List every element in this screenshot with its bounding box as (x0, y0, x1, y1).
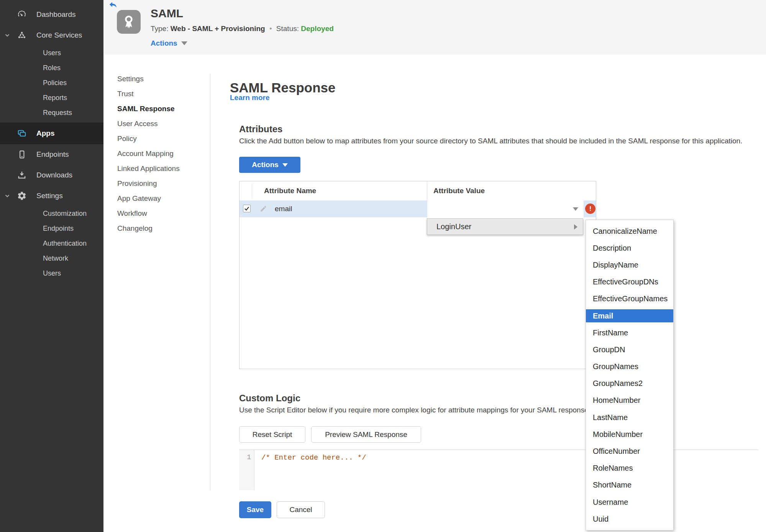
caret-down-icon (282, 163, 288, 167)
submenu-item-mobilenumber[interactable]: MobileNumber (586, 426, 673, 443)
submenu-item-username[interactable]: Username (586, 494, 673, 511)
submenu-item-canonicalizename[interactable]: CanonicalizeName (586, 223, 673, 240)
back-arrow-icon[interactable] (108, 1, 118, 10)
attributes-description: Click the Add button below to map attrib… (239, 137, 742, 145)
submenu-item-groupnames2[interactable]: GroupNames2 (586, 375, 673, 392)
sidebar-item-core-services[interactable]: Core Services (0, 25, 103, 46)
device-icon (17, 149, 27, 159)
caret-down-icon (181, 41, 187, 45)
submenu-item-lastname[interactable]: LastName (586, 409, 673, 426)
subnav-item-app-gateway[interactable]: App Gateway (117, 191, 205, 206)
subnav-item-provisioning[interactable]: Provisioning (117, 176, 205, 191)
table-row[interactable]: email (239, 200, 596, 217)
subnav-item-settings[interactable]: Settings (117, 71, 205, 86)
app-subnav: Settings Trust SAML Response User Access… (117, 71, 205, 236)
meta-separator: • (267, 25, 274, 33)
subnav-item-trust[interactable]: Trust (117, 86, 205, 101)
header-actions-menu[interactable]: Actions (151, 39, 187, 48)
submenu-item-shortname[interactable]: ShortName (586, 477, 673, 494)
app-page: Dashboards Core Services Users Roles Pol… (0, 0, 766, 532)
sidebar-item-label: Endpoints (0, 150, 69, 159)
sidebar-item-apps[interactable]: Apps (0, 123, 103, 144)
submenu-item-homenumber[interactable]: HomeNumber (586, 392, 673, 409)
app-title: SAML (151, 7, 183, 20)
row-checkbox[interactable] (243, 205, 251, 212)
status-badge: Deployed (301, 25, 334, 33)
submenu-item-firstname[interactable]: FirstName (586, 324, 673, 341)
subnav-item-account-mapping[interactable]: Account Mapping (117, 146, 205, 161)
subnav-item-workflow[interactable]: Workflow (117, 206, 205, 221)
editor-gutter: 1 (239, 450, 254, 490)
attribute-value-select[interactable] (427, 200, 584, 217)
edit-pencil-icon[interactable] (260, 205, 267, 212)
submenu-item-effectivegroupdns[interactable]: EffectiveGroupDNs (586, 274, 673, 291)
value-dropdown-menu[interactable]: LoginUser (427, 218, 583, 235)
submenu-item-description[interactable]: Description (586, 240, 673, 256)
caret-down-icon (573, 207, 578, 211)
sidebar-item-label: Dashboards (0, 10, 75, 19)
sidebar-item-customization[interactable]: Customization (0, 206, 103, 221)
save-button[interactable]: Save (239, 501, 271, 518)
subnav-item-linked-applications[interactable]: Linked Applications (117, 161, 205, 176)
chevron-down-icon (4, 32, 11, 39)
status-label: Status: (276, 25, 299, 33)
sidebar-item-dashboards[interactable]: Dashboards (0, 4, 103, 25)
menu-item-loginuser: LoginUser (427, 222, 471, 231)
value-submenu: CanonicalizeName Description DisplayName… (586, 220, 674, 530)
gear-icon (17, 191, 27, 201)
column-header-attribute-value: Attribute Value (433, 181, 485, 200)
line-number: 1 (247, 453, 251, 461)
reset-script-button[interactable]: Reset Script (239, 426, 305, 443)
app-icon-tile (117, 10, 141, 34)
sidebar-item-authentication[interactable]: Authentication (0, 236, 103, 251)
attribute-name-cell: email (275, 205, 292, 213)
sidebar-item-label: Apps (0, 129, 55, 138)
actions-button-label: Actions (252, 161, 279, 169)
sidebar-item-roles[interactable]: Roles (0, 61, 103, 76)
sidebar-item-downloads[interactable]: Downloads (0, 165, 103, 186)
learn-more-link[interactable]: Learn more (230, 94, 269, 102)
attributes-heading: Attributes (239, 124, 282, 135)
preview-saml-response-button[interactable]: Preview SAML Response (311, 426, 421, 443)
submenu-arrow-icon (574, 224, 577, 230)
download-icon (17, 170, 27, 180)
subnav-item-policy[interactable]: Policy (117, 131, 205, 146)
app-meta-line: Type: Web - SAML + Provisioning • Status… (151, 25, 334, 33)
table-header-row: Attribute Name Attribute Value (239, 181, 596, 201)
submenu-item-groupdn[interactable]: GroupDN (586, 341, 673, 358)
custom-logic-heading: Custom Logic (239, 393, 300, 404)
attributes-actions-button[interactable]: Actions (239, 157, 300, 173)
sidebar-item-settings-endpoints[interactable]: Endpoints (0, 221, 103, 236)
submenu-item-groupnames[interactable]: GroupNames (586, 358, 673, 375)
column-divider (252, 184, 252, 198)
script-editor[interactable]: 1 /* Enter code here... */ (239, 450, 759, 490)
submenu-item-displayname[interactable]: DisplayName (586, 256, 673, 273)
sidebar-item-settings[interactable]: Settings (0, 186, 103, 206)
sidebar-item-requests[interactable]: Requests (0, 105, 103, 120)
submenu-item-officenumber[interactable]: OfficeNumber (586, 443, 673, 460)
sidebar-item-policies[interactable]: Policies (0, 76, 103, 90)
cancel-button[interactable]: Cancel (277, 501, 325, 518)
submenu-item-effectivegroupnames[interactable]: EffectiveGroupNames (586, 291, 673, 307)
submenu-item-rolenames[interactable]: RoleNames (586, 460, 673, 477)
sidebar-item-reports[interactable]: Reports (0, 90, 103, 105)
subnav-item-saml-response[interactable]: SAML Response (117, 101, 205, 116)
submenu-item-email[interactable]: Email (586, 307, 673, 324)
attributes-table: Attribute Name Attribute Value email (239, 181, 596, 369)
sidebar-item-users[interactable]: Users (0, 46, 103, 61)
editor-code[interactable]: /* Enter code here... */ (261, 453, 366, 462)
sidebar-item-settings-users[interactable]: Users (0, 266, 103, 281)
subnav-divider (210, 74, 210, 491)
app-header: SAML Type: Web - SAML + Provisioning • S… (103, 0, 766, 54)
sidebar-item-network[interactable]: Network (0, 251, 103, 266)
subnav-item-changelog[interactable]: Changelog (117, 221, 205, 236)
sidebar-item-endpoints[interactable]: Endpoints (0, 144, 103, 165)
gauge-icon (17, 10, 27, 20)
chevron-down-icon (4, 192, 11, 199)
sidebar-item-label: Core Services (0, 31, 82, 39)
sidebar: Dashboards Core Services Users Roles Pol… (0, 0, 103, 532)
column-header-attribute-name: Attribute Name (264, 181, 316, 200)
submenu-item-uuid[interactable]: Uuid (586, 511, 673, 527)
subnav-item-user-access[interactable]: User Access (117, 116, 205, 131)
error-icon (585, 204, 595, 214)
